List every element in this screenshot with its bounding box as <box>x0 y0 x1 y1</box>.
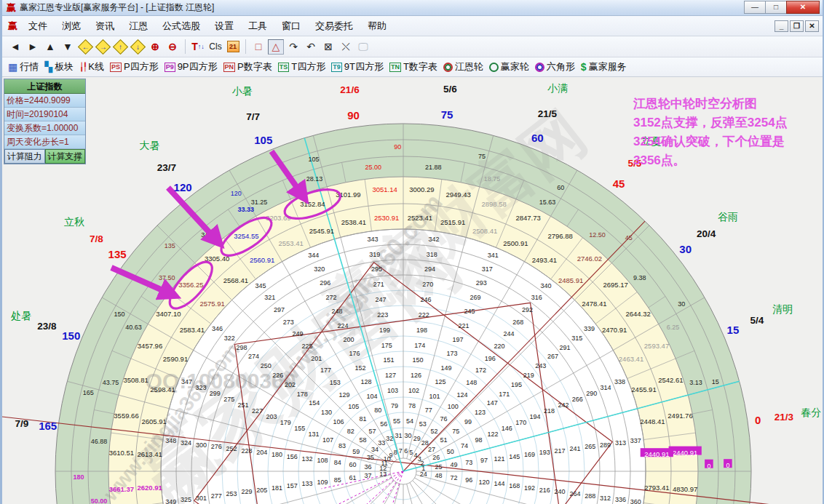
minimize-button[interactable]: — <box>744 1 766 14</box>
degree-value: 30 <box>678 300 685 308</box>
menu-item-1[interactable]: 浏览 <box>55 18 88 33</box>
tool-江恩轮[interactable]: 江恩轮 <box>443 60 483 73</box>
spiral-number: 29 <box>413 435 421 442</box>
percent-value: 50.00 <box>91 497 108 504</box>
tool-板块[interactable]: ▚板块 <box>44 60 74 73</box>
spiral-number: 203 <box>266 413 277 420</box>
diamond-right-icon[interactable]: → <box>95 39 111 55</box>
arc-cw-icon[interactable]: ↷ <box>285 39 301 55</box>
child-restore-button[interactable]: ❐ <box>790 20 804 32</box>
down-triangle-icon[interactable]: ▼ <box>60 39 76 55</box>
prev-arrow-icon[interactable]: ◄ <box>7 39 23 55</box>
child-window-icon[interactable]: 赢 <box>8 20 17 33</box>
inner-price-value: 2553.41 <box>278 239 303 247</box>
tool-K线[interactable]: ╽╿K线 <box>79 60 104 73</box>
inner-price-value: 2478.41 <box>582 300 606 308</box>
menu-item-7[interactable]: 窗口 <box>274 18 308 33</box>
tool-P数字表[interactable]: PNP数字表 <box>223 60 272 73</box>
spiral-number: 360 <box>630 498 641 504</box>
menu-item-0[interactable]: 文件 <box>21 18 55 33</box>
time-field: 时间=20190104 <box>4 108 85 121</box>
spiral-number: 7 <box>399 447 403 455</box>
inner-price-value: 2470.91 <box>602 326 627 334</box>
chart-area: 赢家财富网赢家财富网www.yingjia360.comwww.yingjia3… <box>2 77 823 504</box>
tool-9T四方形[interactable]: T99T四方形 <box>331 60 384 73</box>
spiral-number: 31 <box>395 432 403 439</box>
spiral-number: 49 <box>450 461 457 468</box>
spiral-number: 202 <box>285 381 296 388</box>
spiral-number: 78 <box>408 402 416 409</box>
inner-price-value: 2440.91 <box>644 450 669 458</box>
diamond-down-icon[interactable]: ↓ <box>130 39 146 55</box>
close-button[interactable]: ✕ <box>786 1 820 14</box>
calc-support-button[interactable]: 计算支撑 <box>45 149 86 164</box>
spiral-number: 221 <box>458 322 469 329</box>
degree-value: 180 <box>74 473 84 481</box>
calendar-icon[interactable]: 21 <box>225 39 241 55</box>
outer-price-value: 4830.97 <box>673 485 697 493</box>
spiral-number: 347 <box>181 378 192 385</box>
zoom-in-icon[interactable]: ⊕ <box>147 39 163 55</box>
tool-P四方形[interactable]: PSP四方形 <box>110 60 159 73</box>
up-triangle-icon[interactable]: ▲ <box>42 39 58 55</box>
menu-item-4[interactable]: 公式选股 <box>155 18 207 33</box>
tool-9P四方形[interactable]: P99P四方形 <box>165 60 218 73</box>
spiral-number: 217 <box>555 447 566 455</box>
inner-price-value: 2598.41 <box>150 385 175 393</box>
tool-赢家轮[interactable]: 赢家轮 <box>489 60 529 73</box>
inner-price-value: 2508.41 <box>472 227 497 235</box>
spiral-number: 82 <box>347 428 354 435</box>
spiral-number: 133 <box>302 480 313 487</box>
outer-degree-label: 90 <box>347 109 360 121</box>
tool-T数字表[interactable]: TNT数字表 <box>389 60 437 73</box>
spiral-number: 176 <box>349 350 360 357</box>
spiral-number: 156 <box>287 453 298 460</box>
crosshair-icon[interactable]: ⤬ <box>338 39 354 55</box>
tool-赢家服务[interactable]: $赢家服务 <box>581 60 627 73</box>
menu-item-2[interactable]: 资讯 <box>88 18 122 33</box>
percent-value: 46.88 <box>91 438 108 445</box>
hexagon-icon <box>535 63 544 72</box>
outer-price-value: 2847.73 <box>515 214 540 222</box>
menu-item-9[interactable]: 帮助 <box>360 18 394 33</box>
spiral-number: 293 <box>476 279 487 287</box>
arc-ccw-icon[interactable]: ↶ <box>303 39 319 55</box>
tool-label: 板块 <box>55 60 74 73</box>
spiral-number: 58 <box>359 436 366 444</box>
zoom-out-icon[interactable]: ⊖ <box>165 39 181 55</box>
spiral-number: 51 <box>440 436 447 444</box>
tool-六角形[interactable]: 六角形 <box>535 60 575 73</box>
spiral-number: 130 <box>321 409 332 416</box>
menu-item-3[interactable]: 江恩 <box>122 18 155 33</box>
diamond-left-icon[interactable]: ← <box>77 39 93 55</box>
tool-行情[interactable]: ▦行情 <box>8 60 39 73</box>
spiral-number: 224 <box>337 322 348 329</box>
calc-resistance-button[interactable]: 计算阻力 <box>4 149 45 164</box>
spiral-number: 268 <box>512 319 523 326</box>
maximize-button[interactable]: □ <box>765 1 787 14</box>
child-minimize-button[interactable]: _ <box>775 20 788 32</box>
tool-T四方形[interactable]: TST四方形 <box>278 60 325 73</box>
square-tool-icon[interactable]: □ <box>250 39 266 55</box>
spiral-number: 223 <box>377 311 388 319</box>
spiral-number: 4 <box>413 452 417 459</box>
screen-icon[interactable]: 🖵 <box>355 39 371 55</box>
child-close-button[interactable]: ✕ <box>805 20 819 32</box>
date-label: 21/5 <box>538 108 558 119</box>
spiral-number: 319 <box>369 251 380 258</box>
spiral-number: 242 <box>558 401 569 409</box>
menu-item-5[interactable]: 设置 <box>207 18 241 33</box>
menu-item-8[interactable]: 交易委托 <box>308 18 360 33</box>
box-x-icon[interactable]: ⊠ <box>320 39 336 55</box>
tool-label: 赢家服务 <box>589 60 627 73</box>
spiral-number: 201 <box>311 355 322 362</box>
price-axis-icon[interactable]: T↑↓ <box>190 39 206 55</box>
cls-button[interactable]: Cls <box>207 39 223 55</box>
spiral-number: 123 <box>475 409 486 416</box>
next-arrow-icon[interactable]: ► <box>25 39 41 55</box>
spiral-number: 338 <box>614 378 625 385</box>
menu-item-6[interactable]: 工具 <box>241 18 274 33</box>
window-title: 赢家江恩专业版[赢家服务平台] - [上证指数 江恩轮] <box>20 1 214 14</box>
diamond-up-icon[interactable]: ↑ <box>112 39 128 55</box>
triangle-tool-icon[interactable]: △ <box>268 39 284 55</box>
